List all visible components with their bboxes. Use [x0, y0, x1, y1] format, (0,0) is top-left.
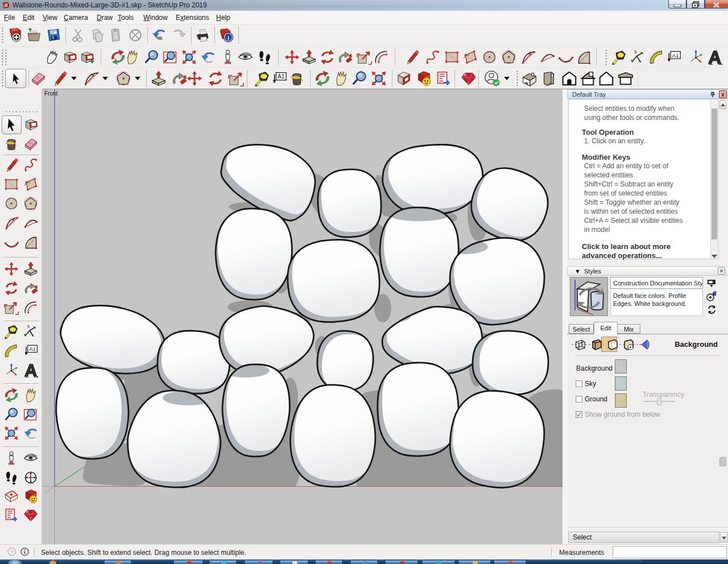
svg-text:Front: Front: [44, 90, 58, 97]
svg-text:?: ?: [10, 549, 13, 555]
